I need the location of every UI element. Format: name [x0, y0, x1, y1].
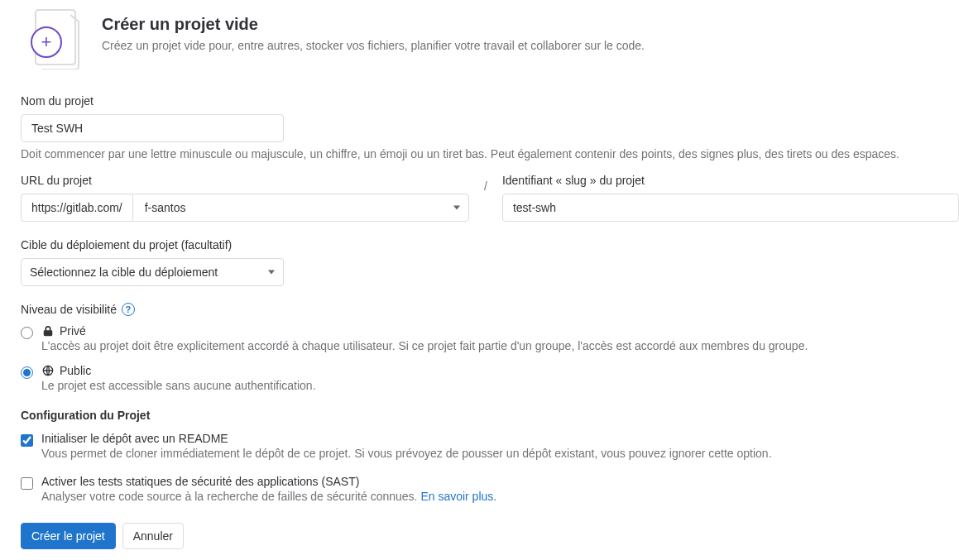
visibility-label: Niveau de visibilité: [21, 303, 117, 316]
project-name-helper: Doit commencer par une lettre minuscule …: [21, 147, 959, 160]
sast-label: Activer les tests statiques de sécurité …: [41, 475, 359, 488]
visibility-public-label: Public: [60, 364, 91, 377]
visibility-public-desc: Le projet est accessible sans aucune aut…: [41, 379, 316, 392]
project-icon: +: [21, 8, 82, 69]
cancel-button[interactable]: Annuler: [122, 523, 184, 549]
lock-icon: [41, 324, 55, 337]
url-separator: /: [484, 174, 487, 193]
page-title: Créer un projet vide: [102, 15, 645, 34]
sast-checkbox[interactable]: [21, 477, 33, 490]
visibility-private-label: Privé: [60, 324, 86, 337]
plus-icon: +: [31, 26, 62, 58]
config-title: Configuration du Projet: [21, 409, 959, 422]
visibility-public-radio[interactable]: [21, 366, 33, 379]
chevron-down-icon: [268, 270, 275, 275]
readme-label: Initialiser le dépôt avec un README: [41, 432, 228, 445]
namespace-value: f-santos: [145, 201, 186, 214]
create-project-button[interactable]: Créer le projet: [21, 523, 116, 549]
slug-label: Identifiant « slug » du projet: [502, 174, 959, 187]
deploy-target-select[interactable]: Sélectionnez la cible du déploiement: [21, 258, 284, 286]
project-url-label: URL du projet: [21, 174, 469, 187]
chevron-down-icon: [453, 206, 460, 210]
help-icon[interactable]: ?: [122, 303, 135, 316]
project-name-label: Nom du projet: [21, 94, 959, 108]
readme-desc: Vous permet de cloner immédiatement le d…: [41, 447, 772, 460]
page-subtitle: Créez un projet vide pour, entre autres,…: [102, 39, 645, 52]
sast-desc: Analyser votre code source à la recherch…: [41, 490, 496, 503]
visibility-private-radio[interactable]: [21, 327, 33, 339]
sast-learn-more-link[interactable]: En savoir plus.: [420, 490, 496, 503]
base-url-addon: https://gitlab.com/: [21, 194, 132, 222]
visibility-private-desc: L'accès au projet doit être explicitemen…: [41, 339, 808, 352]
page-header: + Créer un projet vide Créez un projet v…: [21, 8, 959, 69]
deploy-target-placeholder: Sélectionnez la cible du déploiement: [30, 266, 218, 279]
project-name-input[interactable]: [21, 114, 284, 142]
slug-input[interactable]: [502, 194, 959, 222]
readme-checkbox[interactable]: [21, 434, 33, 447]
namespace-select[interactable]: f-santos: [132, 194, 469, 222]
deploy-target-label: Cible du déploiement du projet (facultat…: [21, 238, 959, 251]
globe-icon: [41, 364, 55, 377]
